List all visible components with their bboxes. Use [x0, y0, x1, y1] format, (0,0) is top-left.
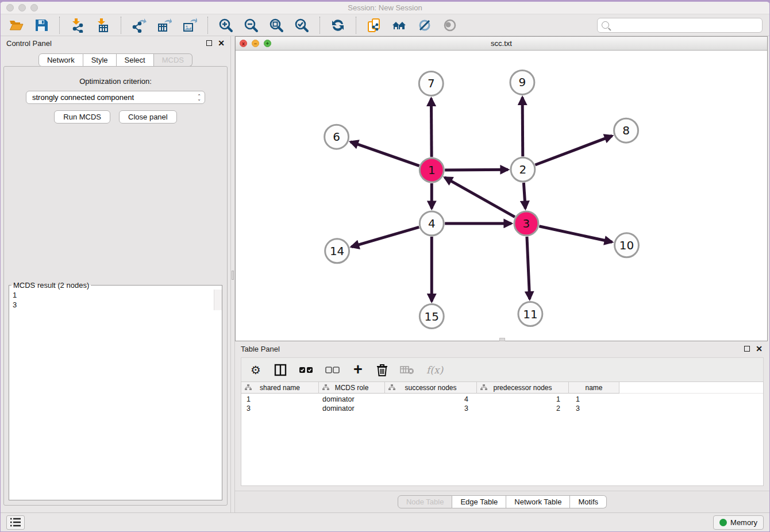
graph-node-6[interactable]: 6	[325, 125, 349, 149]
delete-column-button[interactable]	[376, 363, 388, 377]
panel-splitter[interactable]	[230, 36, 235, 512]
table-settings-button[interactable]: ⚙	[249, 363, 262, 377]
table-cell[interactable]: 1	[477, 395, 569, 404]
delete-table-icon	[400, 365, 415, 375]
graph-edge-2-3[interactable]	[523, 183, 525, 209]
tab-network[interactable]: Network	[38, 53, 83, 67]
run-mcds-button[interactable]: Run MCDS	[54, 110, 110, 124]
graph-node-1[interactable]: 1	[419, 158, 444, 182]
close-panel-button[interactable]: Close panel	[119, 110, 177, 124]
graph-edge-2-8[interactable]	[535, 136, 612, 165]
graph-node-3[interactable]: 3	[514, 211, 538, 236]
node-label: 14	[330, 244, 344, 258]
graph-edge-1-2[interactable]	[445, 169, 508, 170]
network-window-titlebar[interactable]: x − + scc.txt	[236, 37, 767, 51]
graph-node-2[interactable]: 2	[511, 157, 535, 182]
hierarchy-icon	[322, 384, 329, 391]
graphics-details-button[interactable]	[416, 17, 433, 34]
copy-network-icon	[367, 18, 382, 33]
graph-node-10[interactable]: 10	[615, 233, 639, 257]
table-cell[interactable]: 1	[569, 395, 619, 404]
tab-mcds[interactable]: MCDS	[154, 53, 192, 67]
zoom-selected-button[interactable]	[293, 17, 310, 34]
network-graph[interactable]: 7968124314101511	[236, 51, 767, 341]
graph-edge-3-10[interactable]	[539, 226, 612, 242]
close-table-panel-icon[interactable]: ✕	[756, 346, 763, 352]
refresh-icon	[330, 18, 345, 33]
graph-edge-1-6[interactable]	[351, 142, 419, 166]
graph-edge-4-14[interactable]	[352, 227, 419, 246]
graph-node-15[interactable]: 15	[419, 304, 444, 329]
delete-table-button[interactable]	[400, 363, 415, 377]
open-session-button[interactable]	[7, 17, 25, 34]
memory-button[interactable]: Memory	[713, 515, 764, 530]
export-network-icon	[132, 18, 147, 33]
task-history-button[interactable]	[6, 515, 25, 530]
table-row[interactable]: 3dominator323	[241, 404, 763, 414]
tab-style[interactable]: Style	[83, 53, 117, 67]
export-table-button[interactable]	[156, 17, 173, 34]
graph-node-9[interactable]: 9	[510, 70, 534, 94]
mcds-result-list[interactable]: 13	[9, 290, 214, 310]
zoom-out-button[interactable]	[242, 17, 260, 34]
horizontal-splitter-grip[interactable]	[499, 338, 505, 341]
table-cell[interactable]: 3	[241, 404, 319, 414]
column-header-shared-name[interactable]: shared name	[241, 382, 319, 394]
graph-node-8[interactable]: 8	[614, 118, 638, 142]
column-header-successor-nodes[interactable]: successor nodes	[385, 382, 477, 394]
column-header-predecessor-nodes[interactable]: predecessor nodes	[477, 382, 569, 394]
table-cell[interactable]: 1	[241, 395, 319, 404]
graph-node-4[interactable]: 4	[419, 211, 444, 236]
create-column-button[interactable]: +	[352, 363, 364, 377]
tab-node-table[interactable]: Node Table	[398, 495, 453, 508]
tab-select[interactable]: Select	[117, 53, 154, 67]
home-view-button[interactable]	[391, 17, 408, 34]
float-table-panel-icon[interactable]	[744, 346, 750, 352]
import-network-button[interactable]	[69, 17, 86, 34]
graph-node-14[interactable]: 14	[325, 239, 349, 263]
graph-edge-2-9[interactable]	[522, 97, 523, 156]
search-box[interactable]	[597, 18, 763, 33]
memory-label: Memory	[730, 518, 757, 527]
graph-node-11[interactable]: 11	[518, 302, 542, 326]
result-scrollbar[interactable]	[214, 290, 222, 310]
function-builder-button[interactable]: f(x)	[426, 363, 443, 377]
clone-network-button[interactable]	[365, 17, 383, 34]
zoom-fit-button[interactable]	[268, 17, 285, 34]
mcds-result-line: 1	[13, 290, 210, 300]
table-cell[interactable]: dominator	[319, 395, 385, 404]
optimization-criterion-select[interactable]: strongly connected component ⌃⌄	[26, 91, 205, 104]
network-canvas[interactable]: 7968124314101511	[236, 51, 767, 341]
close-panel-icon[interactable]: ✕	[218, 40, 225, 46]
table-cell[interactable]: dominator	[319, 404, 385, 414]
select-stepper-icon: ⌃⌄	[197, 95, 201, 101]
search-input[interactable]	[612, 21, 758, 29]
import-table-button[interactable]	[94, 17, 111, 34]
graph-edge-1-7[interactable]	[431, 98, 432, 157]
graph-edge-3-11[interactable]	[527, 237, 530, 299]
splitter-grip[interactable]	[232, 271, 234, 280]
birds-eye-view-button[interactable]	[441, 17, 459, 34]
toggle-column-view-button[interactable]	[274, 363, 287, 377]
save-session-button[interactable]	[33, 17, 50, 34]
tab-edge-table[interactable]: Edge Table	[452, 495, 506, 508]
unselect-all-columns-button[interactable]	[325, 363, 340, 377]
table-cell[interactable]: 3	[385, 404, 477, 414]
export-network-button[interactable]	[130, 17, 148, 34]
graph-node-7[interactable]: 7	[419, 71, 443, 95]
main-toolbar	[1, 14, 769, 36]
select-all-columns-button[interactable]	[299, 363, 314, 377]
table-cell[interactable]: 4	[385, 395, 477, 404]
tab-motifs[interactable]: Motifs	[570, 495, 607, 508]
table-row[interactable]: 1dominator411	[241, 395, 763, 404]
zoom-in-button[interactable]	[217, 17, 234, 34]
export-image-button[interactable]	[181, 17, 198, 34]
column-header-mcds-role[interactable]: MCDS role	[319, 382, 385, 394]
table-cell[interactable]: 3	[569, 404, 619, 414]
graph-edge-3-1[interactable]	[445, 178, 515, 217]
float-panel-icon[interactable]	[206, 40, 212, 46]
tab-network-table[interactable]: Network Table	[506, 495, 570, 508]
column-header-name[interactable]: name	[569, 382, 619, 394]
apply-layout-button[interactable]	[329, 17, 346, 34]
table-cell[interactable]: 2	[477, 404, 569, 414]
